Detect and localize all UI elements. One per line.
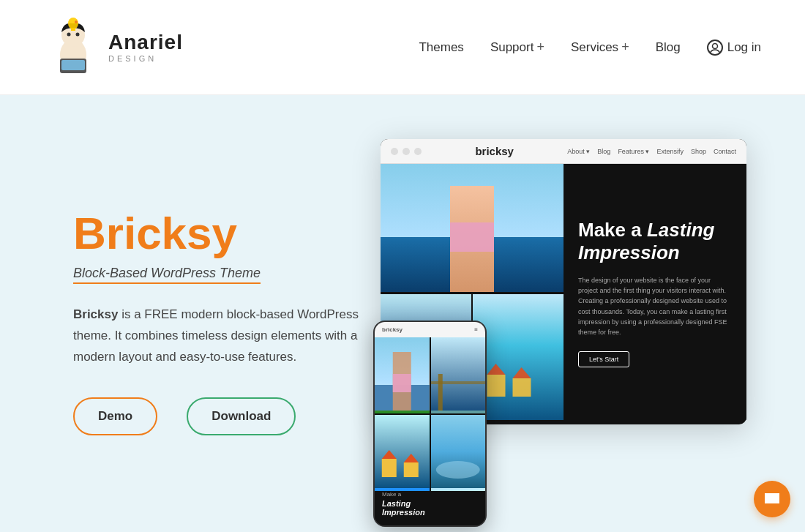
hero-title: Bricksy (73, 209, 381, 258)
mosaic-right: Make a Lasting Impression The design of … (564, 164, 746, 420)
nav: Themes Support + Services + Blog Log in (419, 40, 761, 56)
mobile-image-3 (375, 415, 430, 491)
browser-nav-about: About ▾ (567, 148, 590, 155)
header: Anariel DESIGN Themes Support + Services… (0, 0, 805, 95)
hero-right: bricksy About ▾ Blog Features ▾ Extensif… (410, 139, 746, 505)
login-icon (707, 40, 723, 56)
svg-point-10 (712, 43, 717, 48)
browser-dot-1 (391, 148, 398, 155)
hero-buttons: Demo Download (73, 397, 381, 435)
hero-left: Bricksy Block-Based WordPress Theme Bric… (73, 209, 381, 435)
mobile-caption-small: Make a (382, 491, 478, 498)
hero-section: Bricksy Block-Based WordPress Theme Bric… (0, 95, 805, 532)
nav-services[interactable]: Services + (571, 40, 629, 55)
mobile-body: Make a Lasting Impression (375, 337, 485, 525)
nav-support-plus: + (536, 40, 544, 55)
browser-dot-2 (402, 148, 410, 155)
mobile-menu-icon: ≡ (474, 326, 478, 333)
nav-support[interactable]: Support + (490, 40, 544, 55)
chat-icon (762, 489, 782, 509)
svg-rect-24 (513, 378, 531, 397)
logo-area: Anariel DESIGN (44, 15, 183, 80)
logo-icon (44, 15, 102, 80)
browser-bar: bricksy About ▾ Blog Features ▾ Extensif… (381, 139, 746, 164)
browser-nav-blog: Blog (597, 148, 610, 155)
svg-point-39 (435, 461, 479, 479)
hero-subtitle: Block-Based WordPress Theme (73, 266, 261, 284)
mobile-image-2 (431, 337, 486, 413)
mobile-image-1 (375, 337, 430, 413)
svg-point-2 (67, 32, 71, 36)
browser-nav-shop: Shop (691, 148, 706, 155)
svg-rect-32 (431, 381, 486, 384)
svg-rect-16 (450, 222, 494, 252)
mobile-mosaic-grid (375, 337, 485, 484)
logo-text: Anariel (108, 32, 183, 53)
browser-tagline: Make a Lasting Impression (578, 219, 732, 264)
nav-login[interactable]: Log in (707, 40, 761, 56)
browser-nav-contact: Contact (714, 148, 736, 155)
browser-dot-3 (414, 148, 422, 155)
mobile-image-4 (431, 415, 486, 491)
mobile-logo: bricksy (382, 326, 402, 333)
svg-rect-31 (438, 374, 442, 411)
browser-dots (391, 148, 422, 155)
nav-services-plus: + (621, 40, 629, 55)
svg-point-3 (76, 32, 80, 36)
mobile-mockup: bricksy ≡ (373, 321, 487, 527)
download-button[interactable]: Download (187, 397, 296, 435)
nav-themes[interactable]: Themes (419, 40, 463, 55)
mobile-bar: bricksy ≡ (375, 322, 485, 337)
mobile-caption-big: Lasting Impression (382, 499, 478, 517)
svg-rect-8 (61, 60, 85, 70)
browser-nav: About ▾ Blog Features ▾ Extensify Shop C… (567, 148, 736, 155)
hero-description: Bricksy is a FREE modern block-based Wor… (73, 304, 381, 368)
nav-blog[interactable]: Blog (656, 40, 681, 55)
svg-rect-36 (404, 462, 419, 477)
svg-rect-5 (71, 28, 75, 31)
demo-button[interactable]: Demo (73, 397, 157, 435)
browser-nav-extensify: Extensify (656, 148, 684, 155)
hero-brand-name: Bricksy (73, 307, 118, 321)
svg-rect-34 (382, 459, 397, 477)
browser-cta[interactable]: Let's Start (578, 351, 629, 367)
mosaic-image-1 (381, 164, 564, 292)
chat-bubble[interactable] (754, 481, 790, 517)
svg-point-4 (68, 18, 78, 29)
browser-site-name: bricksy (475, 145, 514, 157)
svg-point-6 (75, 20, 78, 23)
logo-subtext: DESIGN (108, 54, 183, 63)
svg-rect-29 (393, 374, 411, 392)
svg-rect-22 (487, 375, 506, 397)
browser-nav-features: Features ▾ (618, 148, 649, 155)
browser-body-text: The design of your website is the face o… (578, 275, 732, 338)
